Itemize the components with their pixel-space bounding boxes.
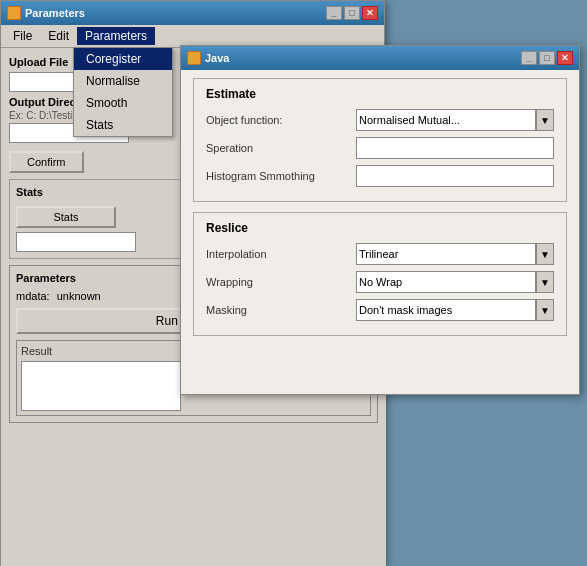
dialog-title-bar: Java _ □ ✕ xyxy=(181,46,579,70)
dropdown-normalise[interactable]: Normalise xyxy=(74,70,172,92)
reslice-title: Reslice xyxy=(206,221,554,235)
interpolation-arrow[interactable]: ▼ xyxy=(536,243,554,265)
object-function-label: Object function: xyxy=(206,114,356,126)
confirm-button[interactable]: Confirm xyxy=(9,151,84,173)
dialog-body: Estimate Object function: Normalised Mut… xyxy=(181,70,579,344)
minimize-btn[interactable]: _ xyxy=(326,6,342,20)
wrapping-value: No Wrap xyxy=(359,276,402,288)
speration-input[interactable] xyxy=(356,137,554,159)
mdata-value: unknown xyxy=(57,290,101,302)
wrapping-label: Wrapping xyxy=(206,276,356,288)
main-title-bar: Parameters _ □ ✕ xyxy=(1,1,384,25)
wrapping-select[interactable]: No Wrap xyxy=(356,271,536,293)
estimate-title: Estimate xyxy=(206,87,554,101)
parameters-dropdown: Coregister Normalise Smooth Stats xyxy=(73,47,173,137)
wrapping-arrow[interactable]: ▼ xyxy=(536,271,554,293)
masking-value: Don't mask images xyxy=(359,304,452,316)
stats-input[interactable] xyxy=(16,232,136,252)
estimate-group: Estimate Object function: Normalised Mut… xyxy=(193,78,567,202)
interpolation-select[interactable]: Trilinear xyxy=(356,243,536,265)
mdata-label: mdata: xyxy=(16,290,50,302)
menu-file[interactable]: File xyxy=(5,27,40,45)
interpolation-row: Interpolation Trilinear ▼ xyxy=(206,243,554,265)
masking-label: Masking xyxy=(206,304,356,316)
menu-parameters[interactable]: Parameters xyxy=(77,27,155,45)
dialog-minimize-btn[interactable]: _ xyxy=(521,51,537,65)
restore-btn[interactable]: □ xyxy=(344,6,360,20)
wrapping-row: Wrapping No Wrap ▼ xyxy=(206,271,554,293)
menu-edit[interactable]: Edit xyxy=(40,27,77,45)
speration-row: Speration xyxy=(206,137,554,159)
object-function-select-container: Normalised Mutual... ▼ xyxy=(356,109,554,131)
wrapping-select-container: No Wrap ▼ xyxy=(356,271,554,293)
main-window-controls: _ □ ✕ xyxy=(326,6,378,20)
dialog-close-btn[interactable]: ✕ xyxy=(557,51,573,65)
histogram-row: Histogram Smmothing xyxy=(206,165,554,187)
main-window-title: Parameters xyxy=(25,7,85,19)
close-btn[interactable]: ✕ xyxy=(362,6,378,20)
object-function-arrow[interactable]: ▼ xyxy=(536,109,554,131)
histogram-label: Histogram Smmothing xyxy=(206,170,356,182)
dialog-title-area: Java xyxy=(187,51,229,65)
object-function-row: Object function: Normalised Mutual... ▼ xyxy=(206,109,554,131)
object-function-select[interactable]: Normalised Mutual... xyxy=(356,109,536,131)
interpolation-label: Interpolation xyxy=(206,248,356,260)
result-box xyxy=(21,361,181,411)
stats-button[interactable]: Stats xyxy=(16,206,116,228)
dropdown-coregister[interactable]: Coregister xyxy=(74,48,172,70)
dialog-restore-btn[interactable]: □ xyxy=(539,51,555,65)
masking-arrow[interactable]: ▼ xyxy=(536,299,554,321)
masking-row: Masking Don't mask images ▼ xyxy=(206,299,554,321)
dialog-window: Java _ □ ✕ Estimate Object function: Nor… xyxy=(180,45,580,395)
masking-select-container: Don't mask images ▼ xyxy=(356,299,554,321)
dropdown-stats[interactable]: Stats xyxy=(74,114,172,136)
dialog-title: Java xyxy=(205,52,229,64)
interpolation-value: Trilinear xyxy=(359,248,398,260)
histogram-input[interactable] xyxy=(356,165,554,187)
reslice-group: Reslice Interpolation Trilinear ▼ Wrappi… xyxy=(193,212,567,336)
masking-select[interactable]: Don't mask images xyxy=(356,299,536,321)
object-function-value: Normalised Mutual... xyxy=(359,114,460,126)
main-window-icon: Parameters xyxy=(7,6,85,20)
interpolation-select-container: Trilinear ▼ xyxy=(356,243,554,265)
speration-label: Speration xyxy=(206,142,356,154)
dialog-window-controls: _ □ ✕ xyxy=(521,51,573,65)
dropdown-smooth[interactable]: Smooth xyxy=(74,92,172,114)
